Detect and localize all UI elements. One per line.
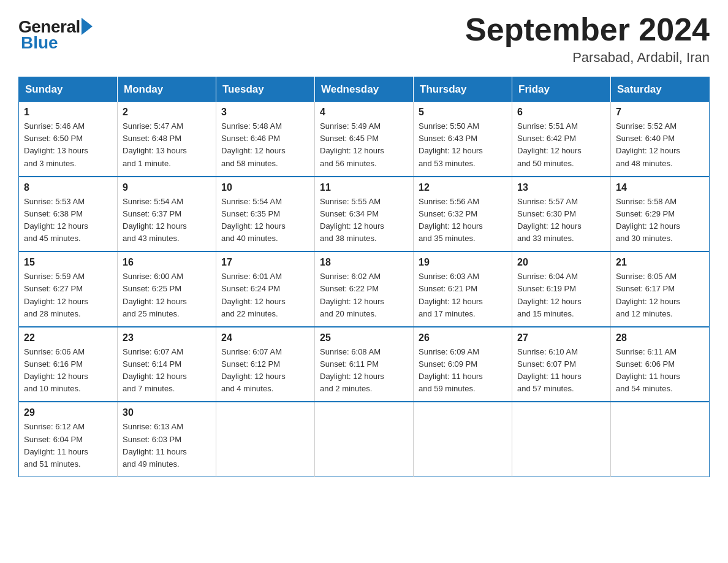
calendar-week-row: 29Sunrise: 6:12 AMSunset: 6:04 PMDayligh…: [19, 402, 710, 477]
calendar-cell: 26Sunrise: 6:09 AMSunset: 6:09 PMDayligh…: [414, 327, 512, 402]
subtitle: Parsabad, Ardabil, Iran: [465, 50, 710, 66]
calendar-cell: 4Sunrise: 5:49 AMSunset: 6:45 PMDaylight…: [315, 102, 414, 177]
calendar-cell: 1Sunrise: 5:46 AMSunset: 6:50 PMDaylight…: [19, 102, 118, 177]
day-info: Sunrise: 5:55 AMSunset: 6:34 PMDaylight:…: [320, 196, 408, 245]
day-number: 6: [517, 107, 605, 118]
calendar-week-row: 1Sunrise: 5:46 AMSunset: 6:50 PMDaylight…: [19, 102, 710, 177]
day-number: 21: [616, 257, 704, 268]
day-number: 2: [123, 107, 211, 118]
day-info: Sunrise: 5:56 AMSunset: 6:32 PMDaylight:…: [419, 196, 507, 245]
day-number: 27: [517, 332, 605, 343]
calendar-cell: 2Sunrise: 5:47 AMSunset: 6:48 PMDaylight…: [118, 102, 216, 177]
day-number: 22: [24, 332, 112, 343]
calendar-cell: 29Sunrise: 6:12 AMSunset: 6:04 PMDayligh…: [19, 402, 118, 477]
day-number: 7: [616, 107, 704, 118]
day-info: Sunrise: 6:06 AMSunset: 6:16 PMDaylight:…: [24, 346, 112, 396]
day-number: 5: [419, 107, 507, 118]
day-number: 28: [616, 332, 704, 343]
calendar-header-wednesday: Wednesday: [315, 77, 414, 102]
day-number: 14: [616, 182, 704, 193]
day-number: 4: [320, 107, 408, 118]
day-info: Sunrise: 6:09 AMSunset: 6:09 PMDaylight:…: [419, 346, 507, 396]
calendar-header-friday: Friday: [512, 77, 611, 102]
day-number: 30: [123, 407, 211, 418]
day-info: Sunrise: 6:11 AMSunset: 6:06 PMDaylight:…: [616, 346, 704, 396]
calendar-cell: 25Sunrise: 6:08 AMSunset: 6:11 PMDayligh…: [315, 327, 414, 402]
day-number: 12: [419, 182, 507, 193]
day-number: 15: [24, 257, 112, 268]
day-info: Sunrise: 5:54 AMSunset: 6:35 PMDaylight:…: [221, 196, 309, 245]
day-info: Sunrise: 6:01 AMSunset: 6:24 PMDaylight:…: [221, 270, 309, 320]
day-info: Sunrise: 6:13 AMSunset: 6:03 PMDaylight:…: [123, 421, 211, 470]
day-info: Sunrise: 5:48 AMSunset: 6:46 PMDaylight:…: [221, 120, 309, 170]
day-number: 19: [419, 257, 507, 268]
calendar-cell: 13Sunrise: 5:57 AMSunset: 6:30 PMDayligh…: [512, 177, 611, 252]
calendar-cell: 19Sunrise: 6:03 AMSunset: 6:21 PMDayligh…: [414, 251, 512, 327]
day-number: 16: [123, 257, 211, 268]
day-number: 9: [123, 182, 211, 193]
day-number: 20: [517, 257, 605, 268]
day-info: Sunrise: 5:53 AMSunset: 6:38 PMDaylight:…: [24, 196, 112, 245]
day-number: 3: [221, 107, 309, 118]
day-number: 29: [24, 407, 112, 418]
day-number: 8: [24, 182, 112, 193]
day-info: Sunrise: 5:50 AMSunset: 6:43 PMDaylight:…: [419, 120, 507, 170]
calendar-header-tuesday: Tuesday: [216, 77, 315, 102]
calendar-cell: 20Sunrise: 6:04 AMSunset: 6:19 PMDayligh…: [512, 251, 611, 327]
calendar-cell: 14Sunrise: 5:58 AMSunset: 6:29 PMDayligh…: [611, 177, 710, 252]
calendar-cell: 12Sunrise: 5:56 AMSunset: 6:32 PMDayligh…: [414, 177, 512, 252]
day-info: Sunrise: 5:52 AMSunset: 6:40 PMDaylight:…: [616, 120, 704, 170]
calendar-cell: 21Sunrise: 6:05 AMSunset: 6:17 PMDayligh…: [611, 251, 710, 327]
day-info: Sunrise: 6:00 AMSunset: 6:25 PMDaylight:…: [123, 270, 211, 320]
calendar-cell: [414, 402, 512, 477]
calendar-cell: [611, 402, 710, 477]
day-number: 11: [320, 182, 408, 193]
calendar-cell: 6Sunrise: 5:51 AMSunset: 6:42 PMDaylight…: [512, 102, 611, 177]
day-info: Sunrise: 5:46 AMSunset: 6:50 PMDaylight:…: [24, 120, 112, 170]
day-info: Sunrise: 5:49 AMSunset: 6:45 PMDaylight:…: [320, 120, 408, 170]
day-number: 13: [517, 182, 605, 193]
calendar-table: SundayMondayTuesdayWednesdayThursdayFrid…: [18, 77, 710, 477]
day-info: Sunrise: 5:47 AMSunset: 6:48 PMDaylight:…: [123, 120, 211, 170]
day-number: 24: [221, 332, 309, 343]
day-info: Sunrise: 6:07 AMSunset: 6:12 PMDaylight:…: [221, 346, 309, 396]
calendar-cell: [216, 402, 315, 477]
calendar-cell: 27Sunrise: 6:10 AMSunset: 6:07 PMDayligh…: [512, 327, 611, 402]
title-block: September 2024 Parsabad, Ardabil, Iran: [465, 12, 710, 66]
calendar-cell: 3Sunrise: 5:48 AMSunset: 6:46 PMDaylight…: [216, 102, 315, 177]
day-info: Sunrise: 5:57 AMSunset: 6:30 PMDaylight:…: [517, 196, 605, 245]
day-info: Sunrise: 5:51 AMSunset: 6:42 PMDaylight:…: [517, 120, 605, 170]
day-info: Sunrise: 6:08 AMSunset: 6:11 PMDaylight:…: [320, 346, 408, 396]
calendar-cell: 7Sunrise: 5:52 AMSunset: 6:40 PMDaylight…: [611, 102, 710, 177]
day-info: Sunrise: 6:10 AMSunset: 6:07 PMDaylight:…: [517, 346, 605, 396]
day-info: Sunrise: 5:58 AMSunset: 6:29 PMDaylight:…: [616, 196, 704, 245]
calendar-cell: 8Sunrise: 5:53 AMSunset: 6:38 PMDaylight…: [19, 177, 118, 252]
day-number: 26: [419, 332, 507, 343]
page-header: General Blue September 2024 Parsabad, Ar…: [18, 12, 710, 66]
logo: General Blue: [18, 12, 93, 53]
day-info: Sunrise: 6:12 AMSunset: 6:04 PMDaylight:…: [24, 421, 112, 470]
day-number: 23: [123, 332, 211, 343]
calendar-cell: 23Sunrise: 6:07 AMSunset: 6:14 PMDayligh…: [118, 327, 216, 402]
calendar-week-row: 22Sunrise: 6:06 AMSunset: 6:16 PMDayligh…: [19, 327, 710, 402]
page-title: September 2024: [465, 12, 710, 47]
calendar-cell: 18Sunrise: 6:02 AMSunset: 6:22 PMDayligh…: [315, 251, 414, 327]
day-info: Sunrise: 6:07 AMSunset: 6:14 PMDaylight:…: [123, 346, 211, 396]
calendar-header-monday: Monday: [118, 77, 216, 102]
logo-blue-text: Blue: [21, 33, 58, 53]
calendar-cell: 30Sunrise: 6:13 AMSunset: 6:03 PMDayligh…: [118, 402, 216, 477]
calendar-cell: 10Sunrise: 5:54 AMSunset: 6:35 PMDayligh…: [216, 177, 315, 252]
day-info: Sunrise: 5:54 AMSunset: 6:37 PMDaylight:…: [123, 196, 211, 245]
calendar-week-row: 8Sunrise: 5:53 AMSunset: 6:38 PMDaylight…: [19, 177, 710, 252]
day-number: 10: [221, 182, 309, 193]
day-info: Sunrise: 5:59 AMSunset: 6:27 PMDaylight:…: [24, 270, 112, 320]
day-info: Sunrise: 6:02 AMSunset: 6:22 PMDaylight:…: [320, 270, 408, 320]
calendar-week-row: 15Sunrise: 5:59 AMSunset: 6:27 PMDayligh…: [19, 251, 710, 327]
day-number: 1: [24, 107, 112, 118]
calendar-cell: 24Sunrise: 6:07 AMSunset: 6:12 PMDayligh…: [216, 327, 315, 402]
calendar-header-thursday: Thursday: [414, 77, 512, 102]
day-number: 25: [320, 332, 408, 343]
calendar-cell: [512, 402, 611, 477]
calendar-cell: 22Sunrise: 6:06 AMSunset: 6:16 PMDayligh…: [19, 327, 118, 402]
calendar-cell: 17Sunrise: 6:01 AMSunset: 6:24 PMDayligh…: [216, 251, 315, 327]
